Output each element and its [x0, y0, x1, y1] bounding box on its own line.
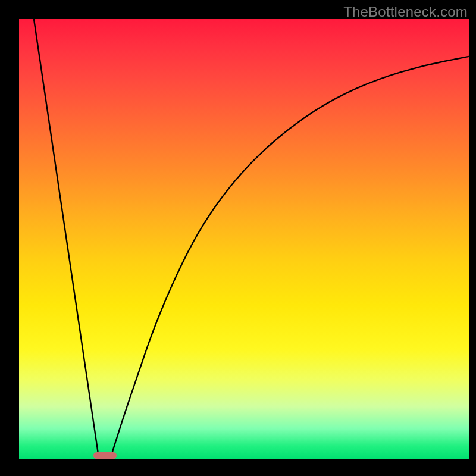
curves-svg [19, 19, 469, 459]
bottleneck-marker [93, 452, 117, 458]
plot-area [19, 19, 469, 459]
watermark-text: TheBottleneck.com [343, 4, 468, 20]
left-line [34, 19, 98, 454]
right-curve [112, 57, 469, 454]
chart-frame: TheBottleneck.com [0, 0, 476, 476]
